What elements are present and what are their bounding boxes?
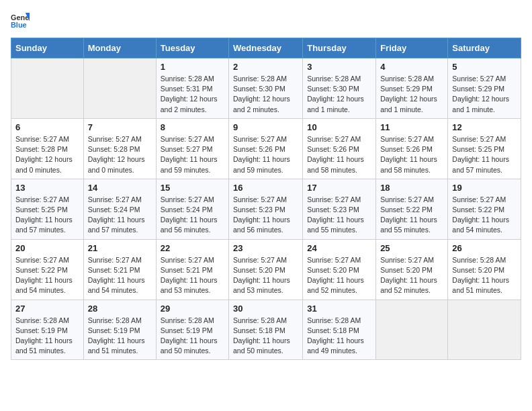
day-info: Sunrise: 5:28 AM Sunset: 5:19 PM Dayligh… bbox=[161, 316, 224, 357]
calendar-cell: 16Sunrise: 5:27 AM Sunset: 5:23 PM Dayli… bbox=[229, 179, 303, 239]
day-number: 28 bbox=[88, 304, 152, 314]
calendar-cell: 11Sunrise: 5:27 AM Sunset: 5:26 PM Dayli… bbox=[376, 118, 448, 179]
day-number: 14 bbox=[88, 183, 152, 193]
week-row-3: 13Sunrise: 5:27 AM Sunset: 5:25 PM Dayli… bbox=[11, 179, 521, 239]
day-info: Sunrise: 5:27 AM Sunset: 5:20 PM Dayligh… bbox=[233, 255, 298, 296]
calendar-cell: 2Sunrise: 5:28 AM Sunset: 5:30 PM Daylig… bbox=[229, 58, 303, 119]
day-header-thursday: Thursday bbox=[303, 38, 376, 58]
day-number: 23 bbox=[233, 243, 298, 253]
calendar-cell: 20Sunrise: 5:27 AM Sunset: 5:22 PM Dayli… bbox=[11, 239, 84, 300]
day-info: Sunrise: 5:27 AM Sunset: 5:29 PM Dayligh… bbox=[452, 74, 517, 115]
calendar-cell: 30Sunrise: 5:28 AM Sunset: 5:18 PM Dayli… bbox=[229, 300, 303, 360]
day-info: Sunrise: 5:28 AM Sunset: 5:19 PM Dayligh… bbox=[88, 316, 152, 357]
calendar-cell: 8Sunrise: 5:27 AM Sunset: 5:27 PM Daylig… bbox=[156, 118, 228, 179]
day-info: Sunrise: 5:27 AM Sunset: 5:26 PM Dayligh… bbox=[233, 134, 298, 175]
day-info: Sunrise: 5:27 AM Sunset: 5:21 PM Dayligh… bbox=[88, 255, 152, 296]
calendar-cell: 28Sunrise: 5:28 AM Sunset: 5:19 PM Dayli… bbox=[83, 300, 156, 360]
day-number: 12 bbox=[452, 122, 517, 132]
calendar-cell bbox=[448, 300, 521, 360]
calendar-cell: 13Sunrise: 5:27 AM Sunset: 5:25 PM Dayli… bbox=[11, 179, 84, 239]
day-number: 4 bbox=[380, 62, 443, 72]
calendar-cell: 1Sunrise: 5:28 AM Sunset: 5:31 PM Daylig… bbox=[156, 58, 228, 119]
calendar-cell bbox=[11, 58, 84, 119]
day-info: Sunrise: 5:27 AM Sunset: 5:28 PM Dayligh… bbox=[88, 134, 152, 175]
week-row-2: 6Sunrise: 5:27 AM Sunset: 5:28 PM Daylig… bbox=[11, 118, 521, 179]
calendar-cell: 31Sunrise: 5:28 AM Sunset: 5:18 PM Dayli… bbox=[303, 300, 376, 360]
svg-text:Blue: Blue bbox=[11, 21, 27, 29]
day-info: Sunrise: 5:27 AM Sunset: 5:26 PM Dayligh… bbox=[380, 134, 443, 175]
day-number: 20 bbox=[15, 243, 79, 253]
week-row-1: 1Sunrise: 5:28 AM Sunset: 5:31 PM Daylig… bbox=[11, 58, 521, 119]
day-info: Sunrise: 5:28 AM Sunset: 5:29 PM Dayligh… bbox=[380, 74, 443, 115]
day-number: 11 bbox=[380, 122, 443, 132]
day-info: Sunrise: 5:28 AM Sunset: 5:30 PM Dayligh… bbox=[233, 74, 298, 115]
calendar-cell bbox=[376, 300, 448, 360]
header-row: SundayMondayTuesdayWednesdayThursdayFrid… bbox=[11, 38, 521, 58]
day-number: 5 bbox=[452, 62, 517, 72]
calendar-cell: 25Sunrise: 5:27 AM Sunset: 5:20 PM Dayli… bbox=[376, 239, 448, 300]
day-info: Sunrise: 5:28 AM Sunset: 5:20 PM Dayligh… bbox=[452, 255, 517, 296]
calendar-cell: 24Sunrise: 5:27 AM Sunset: 5:20 PM Dayli… bbox=[303, 239, 376, 300]
day-header-saturday: Saturday bbox=[448, 38, 521, 58]
calendar-cell: 23Sunrise: 5:27 AM Sunset: 5:20 PM Dayli… bbox=[229, 239, 303, 300]
calendar-table: SundayMondayTuesdayWednesdayThursdayFrid… bbox=[11, 38, 521, 360]
calendar-cell: 6Sunrise: 5:27 AM Sunset: 5:28 PM Daylig… bbox=[11, 118, 84, 179]
calendar-cell: 10Sunrise: 5:27 AM Sunset: 5:26 PM Dayli… bbox=[303, 118, 376, 179]
day-number: 7 bbox=[88, 122, 152, 132]
calendar-cell: 27Sunrise: 5:28 AM Sunset: 5:19 PM Dayli… bbox=[11, 300, 84, 360]
calendar-cell: 12Sunrise: 5:27 AM Sunset: 5:25 PM Dayli… bbox=[448, 118, 521, 179]
calendar-cell: 15Sunrise: 5:27 AM Sunset: 5:24 PM Dayli… bbox=[156, 179, 228, 239]
day-info: Sunrise: 5:27 AM Sunset: 5:22 PM Dayligh… bbox=[380, 195, 443, 236]
day-number: 10 bbox=[307, 122, 371, 132]
day-info: Sunrise: 5:27 AM Sunset: 5:21 PM Dayligh… bbox=[161, 255, 224, 296]
day-number: 18 bbox=[380, 183, 443, 193]
day-number: 30 bbox=[233, 304, 298, 314]
calendar-cell: 5Sunrise: 5:27 AM Sunset: 5:29 PM Daylig… bbox=[448, 58, 521, 119]
day-number: 22 bbox=[161, 243, 224, 253]
calendar-cell: 4Sunrise: 5:28 AM Sunset: 5:29 PM Daylig… bbox=[376, 58, 448, 119]
day-number: 6 bbox=[15, 122, 79, 132]
day-info: Sunrise: 5:28 AM Sunset: 5:30 PM Dayligh… bbox=[307, 74, 371, 115]
day-header-friday: Friday bbox=[376, 38, 448, 58]
day-number: 1 bbox=[161, 62, 224, 72]
page-header: General Blue bbox=[11, 11, 521, 30]
calendar-cell: 14Sunrise: 5:27 AM Sunset: 5:24 PM Dayli… bbox=[83, 179, 156, 239]
day-info: Sunrise: 5:27 AM Sunset: 5:22 PM Dayligh… bbox=[15, 255, 79, 296]
day-info: Sunrise: 5:27 AM Sunset: 5:20 PM Dayligh… bbox=[380, 255, 443, 296]
logo-icon: General Blue bbox=[11, 11, 30, 30]
day-info: Sunrise: 5:27 AM Sunset: 5:27 PM Dayligh… bbox=[161, 134, 224, 175]
day-number: 9 bbox=[233, 122, 298, 132]
calendar-cell: 19Sunrise: 5:27 AM Sunset: 5:22 PM Dayli… bbox=[448, 179, 521, 239]
day-header-sunday: Sunday bbox=[11, 38, 84, 58]
day-info: Sunrise: 5:27 AM Sunset: 5:25 PM Dayligh… bbox=[452, 134, 517, 175]
day-info: Sunrise: 5:27 AM Sunset: 5:20 PM Dayligh… bbox=[307, 255, 371, 296]
day-info: Sunrise: 5:27 AM Sunset: 5:24 PM Dayligh… bbox=[88, 195, 152, 236]
logo: General Blue bbox=[11, 11, 32, 30]
calendar-cell bbox=[83, 58, 156, 119]
calendar-cell: 3Sunrise: 5:28 AM Sunset: 5:30 PM Daylig… bbox=[303, 58, 376, 119]
day-info: Sunrise: 5:27 AM Sunset: 5:24 PM Dayligh… bbox=[161, 195, 224, 236]
day-number: 29 bbox=[161, 304, 224, 314]
calendar-cell: 29Sunrise: 5:28 AM Sunset: 5:19 PM Dayli… bbox=[156, 300, 228, 360]
day-number: 15 bbox=[161, 183, 224, 193]
day-info: Sunrise: 5:27 AM Sunset: 5:22 PM Dayligh… bbox=[452, 195, 517, 236]
day-info: Sunrise: 5:28 AM Sunset: 5:18 PM Dayligh… bbox=[233, 316, 298, 357]
day-info: Sunrise: 5:28 AM Sunset: 5:18 PM Dayligh… bbox=[307, 316, 371, 357]
day-info: Sunrise: 5:27 AM Sunset: 5:23 PM Dayligh… bbox=[233, 195, 298, 236]
day-number: 13 bbox=[15, 183, 79, 193]
day-number: 3 bbox=[307, 62, 371, 72]
calendar-cell: 21Sunrise: 5:27 AM Sunset: 5:21 PM Dayli… bbox=[83, 239, 156, 300]
day-number: 2 bbox=[233, 62, 298, 72]
day-number: 21 bbox=[88, 243, 152, 253]
calendar-cell: 22Sunrise: 5:27 AM Sunset: 5:21 PM Dayli… bbox=[156, 239, 228, 300]
calendar-cell: 17Sunrise: 5:27 AM Sunset: 5:23 PM Dayli… bbox=[303, 179, 376, 239]
calendar-cell: 26Sunrise: 5:28 AM Sunset: 5:20 PM Dayli… bbox=[448, 239, 521, 300]
week-row-4: 20Sunrise: 5:27 AM Sunset: 5:22 PM Dayli… bbox=[11, 239, 521, 300]
day-header-tuesday: Tuesday bbox=[156, 38, 228, 58]
day-info: Sunrise: 5:28 AM Sunset: 5:19 PM Dayligh… bbox=[15, 316, 79, 357]
day-info: Sunrise: 5:27 AM Sunset: 5:26 PM Dayligh… bbox=[307, 134, 371, 175]
day-number: 31 bbox=[307, 304, 371, 314]
day-number: 26 bbox=[452, 243, 517, 253]
calendar-cell: 7Sunrise: 5:27 AM Sunset: 5:28 PM Daylig… bbox=[83, 118, 156, 179]
day-header-monday: Monday bbox=[83, 38, 156, 58]
